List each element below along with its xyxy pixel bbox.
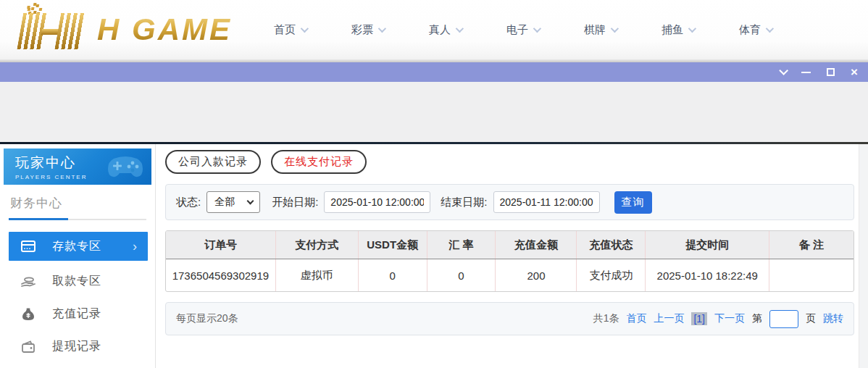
cell-order-no: 1736504569302919 (166, 259, 276, 291)
records-table: 订单号 支付方式 USDT金额 汇 率 充值金额 充值状态 提交时间 备 注 1… (165, 230, 854, 292)
cell-recharge-status: 支付成功 (577, 259, 646, 291)
column-header-usdt-amount: USDT金额 (359, 231, 427, 259)
nav-label: 棋牌 (584, 23, 606, 37)
cell-exchange-rate: 0 (427, 259, 496, 291)
column-header-order-no: 订单号 (166, 231, 276, 259)
nav-label: 首页 (274, 23, 296, 37)
sidebar-item-label: 取款专区 (52, 274, 101, 289)
query-button[interactable]: 查询 (614, 191, 652, 214)
cell-submit-time: 2025-01-10 18:22:49 (646, 259, 769, 291)
cell-remark (769, 259, 854, 291)
chevron-down-icon (688, 25, 696, 33)
tab-company-deposit-records[interactable]: 公司入款记录 (165, 150, 261, 174)
chevron-down-icon (533, 25, 541, 33)
chevron-down-icon (301, 25, 309, 33)
moneybag-icon (20, 306, 36, 322)
end-date-input[interactable] (493, 191, 600, 213)
nav-item-live[interactable]: 真人 (429, 23, 462, 37)
jump-suffix-label: 页 (806, 312, 816, 325)
nav-label: 体育 (739, 23, 761, 37)
column-header-payment-method: 支付方式 (276, 231, 359, 259)
nav-item-home[interactable]: 首页 (274, 23, 306, 37)
record-tabs: 公司入款记录 在线支付记录 (165, 150, 859, 174)
nav-label: 捕鱼 (662, 23, 683, 37)
nav-item-chess[interactable]: 棋牌 (584, 23, 617, 37)
nav-item-fishing[interactable]: 捕鱼 (662, 23, 694, 37)
brand-logo-text: H GAME (97, 12, 232, 47)
table-header-row: 订单号 支付方式 USDT金额 汇 率 充值金额 充值状态 提交时间 备 注 (166, 231, 854, 259)
sidebar-item-recharge-records[interactable]: 充值记录 (0, 298, 155, 330)
nav-item-sports[interactable]: 体育 (739, 23, 772, 37)
column-header-recharge-amount: 充值金额 (496, 231, 577, 259)
prev-page-link[interactable]: 上一页 (654, 312, 684, 325)
total-count-text: 共1条 (593, 312, 619, 325)
chevron-down-icon (247, 198, 254, 205)
nav-label: 电子 (506, 23, 528, 37)
maximize-icon[interactable] (827, 68, 835, 76)
nav-item-slots[interactable]: 电子 (506, 23, 539, 37)
sidebar-menu: 存款专区 › 取款专区 充值记录 提现记录 资金记录 (0, 232, 155, 368)
page-size-text: 每页显示20条 (176, 312, 238, 325)
status-select[interactable]: 全部 (206, 191, 260, 213)
withdraw-hand-icon (20, 274, 36, 290)
sidebar-item-funds-records[interactable]: 资金记录 (0, 363, 155, 368)
column-header-submit-time: 提交时间 (646, 231, 769, 259)
sidebar-item-label: 存款专区 (52, 239, 101, 254)
close-icon[interactable]: × (851, 68, 858, 76)
cell-payment-method: 虚拟币 (276, 259, 359, 291)
next-page-link[interactable]: 下一页 (714, 312, 745, 325)
chevron-right-icon: › (133, 240, 138, 253)
tab-online-payment-records[interactable]: 在线支付记录 (271, 150, 367, 174)
end-date-label: 结束日期: (441, 196, 487, 209)
pagination-controls: 共1条 首页 上一页 [1] 下一页 第 页 跳转 (593, 310, 843, 328)
sidebar-item-label: 提现记录 (52, 339, 101, 354)
gamepad-icon (107, 153, 144, 180)
status-label: 状态: (176, 196, 201, 209)
main-area: 玩家中心 PLAYERS CENTER 财务中心 存款专区 › 取款专区 充值记 (0, 144, 868, 368)
nav-label: 真人 (429, 23, 451, 37)
start-date-input[interactable] (324, 191, 430, 213)
first-page-link[interactable]: 首页 (626, 312, 646, 325)
background-band (0, 82, 868, 142)
jump-prefix-label: 第 (752, 312, 762, 325)
nav-item-lottery[interactable]: 彩票 (351, 23, 384, 37)
chevron-down-icon (766, 25, 774, 33)
filter-bar: 状态: 全部 开始日期: 结束日期: 查询 (165, 184, 854, 220)
scrollbar-track[interactable] (859, 144, 868, 368)
finance-center-heading: 财务中心 (0, 185, 155, 219)
hh-bars-gold-icon (4, 9, 96, 51)
sidebar-item-withdraw-zone[interactable]: 取款专区 (0, 265, 155, 298)
brand-logo: H GAME (7, 4, 232, 55)
start-date-label: 开始日期: (272, 196, 318, 209)
column-header-exchange-rate: 汇 率 (427, 231, 496, 259)
cell-usdt-amount: 0 (359, 259, 427, 291)
chevron-down-icon (378, 25, 386, 33)
sidebar-item-withdrawal-records[interactable]: 提现记录 (0, 330, 155, 363)
nav-label: 彩票 (351, 23, 373, 37)
current-page-indicator: [1] (691, 312, 707, 325)
chevron-down-icon[interactable] (779, 66, 788, 75)
column-header-remark: 备 注 (769, 231, 854, 259)
window-titlebar: × (0, 62, 868, 82)
players-center-header: 玩家中心 PLAYERS CENTER (4, 149, 151, 185)
jump-button[interactable]: 跳转 (823, 312, 843, 325)
main-nav: 首页 彩票 真人 电子 棋牌 捕鱼 体育 (274, 23, 772, 37)
status-select-value: 全部 (214, 196, 235, 209)
pagination-bar: 每页显示20条 共1条 首页 上一页 [1] 下一页 第 页 跳转 (165, 302, 854, 335)
minimize-icon[interactable] (801, 72, 811, 73)
section-divider (9, 219, 146, 220)
sidebar: 玩家中心 PLAYERS CENTER 财务中心 存款专区 › 取款专区 充值记 (0, 144, 156, 368)
content-area: 公司入款记录 在线支付记录 状态: 全部 开始日期: 结束日期: 查询 订单号 … (157, 144, 859, 368)
wallet-icon (20, 339, 36, 355)
sidebar-item-label: 充值记录 (52, 306, 101, 322)
chevron-down-icon (456, 25, 464, 33)
app-header: H GAME 首页 彩票 真人 电子 棋牌 捕鱼 体育 (0, 0, 868, 59)
cell-recharge-amount: 200 (496, 259, 577, 291)
table-row: 1736504569302919 虚拟币 0 0 200 支付成功 2025-0… (166, 259, 854, 291)
sidebar-item-deposit-zone[interactable]: 存款专区 › (9, 232, 148, 261)
column-header-recharge-status: 充值状态 (577, 231, 646, 259)
jump-page-input[interactable] (769, 310, 798, 328)
deposit-card-icon (20, 238, 36, 254)
chevron-down-icon (611, 25, 619, 33)
